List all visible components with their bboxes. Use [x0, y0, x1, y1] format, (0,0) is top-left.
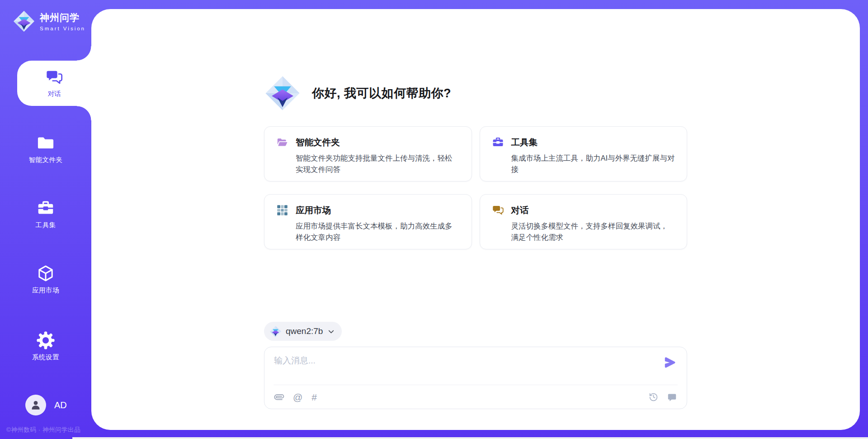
brand-diamond-logo-icon: [13, 10, 35, 33]
paperclip-icon: [273, 390, 286, 404]
topic-button[interactable]: #: [311, 392, 317, 402]
card-app-market[interactable]: 应用市场 应用市场提供丰富长文本模板，助力高效生成多样化文章内容: [264, 194, 472, 249]
sidebar-item-chat[interactable]: 对话: [17, 61, 91, 106]
message-input-box: @ #: [264, 347, 687, 409]
sidebar: 神州问学 Smart Vision 对话 智能文件夹 工具集 应用市场 系统设置…: [0, 0, 91, 439]
sidebar-item-app-market[interactable]: 应用市场: [0, 264, 91, 295]
main-content: 你好, 我可以如何帮助你? 智能文件夹 智能文件夹功能支持批量文件上传与清洗，轻…: [91, 9, 860, 430]
brand: 神州问学 Smart Vision: [13, 10, 85, 33]
sidebar-item-smart-folder[interactable]: 智能文件夹: [0, 134, 91, 164]
user-icon: [29, 399, 42, 411]
tab-fillet-bottom: [77, 106, 91, 120]
copyright-footer: ©神州数码 · 神州问学出品: [6, 426, 80, 434]
composer: qwen2:7b @: [264, 322, 687, 409]
card-toolset[interactable]: 工具集 集成市场上主流工具，助力AI与外界无缝扩展与对接: [480, 126, 688, 181]
model-selector[interactable]: qwen2:7b: [264, 322, 342, 341]
attach-button[interactable]: [273, 390, 286, 404]
sidebar-item-label: 系统设置: [0, 353, 91, 362]
chat-icon: [492, 204, 504, 216]
sidebar-item-toolset[interactable]: 工具集: [0, 199, 91, 229]
card-title: 应用市场: [296, 204, 331, 216]
composer-toolbar: @ #: [264, 385, 687, 409]
toolbox-icon: [492, 136, 504, 148]
send-icon: [663, 356, 677, 369]
card-title: 对话: [511, 204, 529, 216]
card-chat[interactable]: 对话 灵活切换多模型文件，支持多样回复效果调试，满足个性化需求: [480, 194, 688, 249]
avatar: [25, 395, 46, 415]
greeting-row: 你好, 我可以如何帮助你?: [264, 75, 687, 112]
chevron-down-icon: [327, 327, 335, 336]
user-account[interactable]: AD: [25, 395, 67, 415]
sidebar-item-label: 对话: [48, 90, 61, 98]
tab-fillet-top: [77, 46, 91, 61]
card-title: 智能文件夹: [296, 136, 340, 148]
sidebar-item-label: 智能文件夹: [0, 156, 91, 164]
card-description: 智能文件夹功能支持批量文件上传与清洗，轻松实现文件问答: [296, 153, 460, 175]
toolbox-icon: [37, 199, 55, 217]
card-description: 集成市场上主流工具，助力AI与外界无缝扩展与对接: [511, 153, 675, 175]
sidebar-item-settings[interactable]: 系统设置: [0, 331, 91, 362]
brand-name-cn: 神州问学: [40, 11, 85, 24]
cube-icon: [37, 264, 55, 282]
feature-cards: 智能文件夹 智能文件夹功能支持批量文件上传与清洗，轻松实现文件问答 工具集 集成…: [264, 126, 687, 249]
history-icon: [649, 392, 658, 402]
greeting-title: 你好, 我可以如何帮助你?: [312, 85, 451, 101]
folder-open-icon: [276, 136, 288, 148]
card-description: 灵活切换多模型文件，支持多样回复效果调试，满足个性化需求: [511, 220, 675, 243]
greeting-diamond-logo-icon: [264, 75, 301, 112]
chat-icon: [45, 68, 63, 86]
at-icon: @: [293, 392, 302, 402]
model-name: qwen2:7b: [286, 326, 323, 336]
card-smart-folder[interactable]: 智能文件夹 智能文件夹功能支持批量文件上传与清洗，轻松实现文件问答: [264, 126, 472, 181]
hash-icon: #: [311, 392, 317, 402]
send-button[interactable]: [663, 356, 677, 369]
history-button[interactable]: [649, 392, 658, 402]
mention-button[interactable]: @: [293, 392, 302, 402]
message-input[interactable]: [264, 347, 687, 385]
sidebar-item-label: 应用市场: [0, 286, 91, 295]
gear-icon: [37, 331, 55, 349]
card-description: 应用市场提供丰富长文本模板，助力高效生成多样化文章内容: [296, 220, 460, 243]
card-title: 工具集: [511, 136, 538, 148]
brand-name-en: Smart Vision: [40, 26, 85, 31]
model-diamond-logo-icon: [269, 325, 282, 338]
user-name: AD: [54, 400, 67, 410]
grid-icon: [276, 204, 288, 216]
folder-icon: [37, 134, 55, 152]
chat-bubble-icon: [667, 392, 677, 402]
conversation-button[interactable]: [667, 392, 677, 402]
sidebar-item-label: 工具集: [0, 221, 91, 229]
horizontal-scrollbar[interactable]: [72, 437, 868, 439]
